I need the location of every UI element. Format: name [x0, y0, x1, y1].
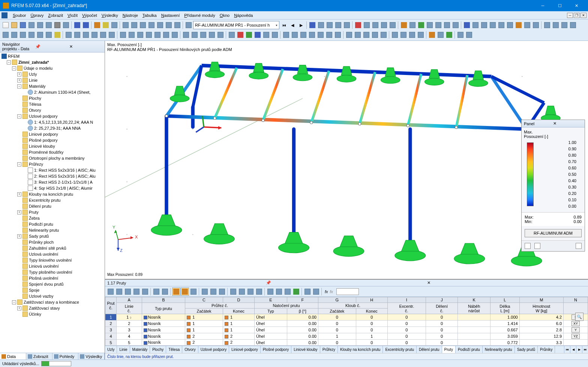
tree-item[interactable]: 4: Sqr HSS 2x1/8 | AISC; Alumir — [1, 185, 104, 191]
ttb[interactable] — [106, 288, 115, 296]
ttb-active[interactable] — [181, 288, 189, 296]
table-tab[interactable]: Liniové podpory — [229, 346, 261, 353]
menu-úpravy[interactable]: Úpravy — [28, 12, 46, 18]
tb-btn[interactable] — [343, 21, 351, 29]
ttb[interactable] — [292, 288, 300, 296]
data-grid[interactable]: Prutč.ABCDEFGHIJKLMNLinieč.Typ prutuPrůř… — [105, 297, 588, 346]
tb-btn[interactable] — [308, 31, 316, 39]
tb-btn[interactable] — [36, 31, 44, 39]
tb-btn[interactable] — [216, 31, 225, 39]
tb-btn[interactable] — [363, 21, 371, 29]
tb-btn[interactable] — [190, 31, 199, 39]
tb-btn[interactable] — [291, 31, 299, 39]
table-tab[interactable]: Excentricity prutu — [383, 346, 417, 353]
undo-button[interactable] — [73, 21, 81, 29]
close-panel-icon[interactable]: ✕ — [553, 121, 582, 126]
ttb[interactable] — [218, 288, 226, 296]
tree-item[interactable]: Podloží prutu — [1, 221, 104, 227]
mdi-minimize[interactable]: ─ — [567, 13, 573, 18]
tree-item[interactable]: Plošné podpory — [1, 137, 104, 143]
tb-btn[interactable] — [10, 31, 18, 39]
menu-výsledky[interactable]: Výsledky — [99, 12, 120, 18]
tb-btn[interactable] — [552, 21, 560, 29]
tb-btn[interactable] — [45, 31, 53, 39]
nav-first[interactable]: ⏮ — [280, 21, 288, 29]
tb-btn[interactable] — [236, 31, 244, 39]
tb-btn[interactable] — [262, 31, 270, 39]
tb-btn[interactable] — [543, 21, 551, 29]
tb-btn[interactable] — [282, 31, 290, 39]
tb-btn[interactable] — [130, 21, 138, 29]
ttb[interactable] — [115, 288, 123, 296]
tree-item[interactable]: Průniky ploch — [1, 239, 104, 245]
navigator-tree[interactable]: RFEM −Zimní_zahrada* −Údaje o modelu +Uz… — [0, 52, 105, 353]
nav-next[interactable]: ▶ — [297, 21, 305, 29]
nav-prev[interactable]: ◀ — [288, 21, 297, 29]
ttb[interactable] — [229, 288, 237, 296]
tb-btn[interactable] — [428, 31, 436, 39]
tb-btn[interactable] — [456, 31, 465, 39]
menu-nápověda[interactable]: Nápověda — [232, 12, 255, 18]
tb-btn[interactable] — [426, 21, 434, 29]
tb-btn[interactable] — [90, 31, 99, 39]
panel-title[interactable]: Panel ✕ — [522, 120, 585, 127]
table-tab[interactable]: Klouby na koncích prutu — [338, 346, 383, 353]
close-icon[interactable]: ✕ — [427, 280, 586, 285]
tree-item[interactable]: Excentricity prutu — [1, 197, 104, 203]
table-tab[interactable]: Průniky — [538, 346, 555, 353]
menu-nástroje[interactable]: Nástroje — [120, 12, 140, 18]
tb-btn[interactable] — [399, 31, 408, 39]
tree-item[interactable]: Plošná uvolnění — [1, 275, 104, 281]
panel-module-button[interactable]: RF-ALUMINUM ADM — [525, 229, 582, 237]
tb-btn[interactable] — [271, 31, 279, 39]
table-tab[interactable]: Materiály — [130, 346, 150, 353]
ttb[interactable] — [201, 288, 209, 296]
tree-item[interactable]: Typy liniového uvolnění — [1, 257, 104, 263]
table-row[interactable]: 11 ⎀Nosník 1 1Úhel0.0000001.0004.2X — [105, 314, 588, 321]
tb-btn[interactable] — [53, 31, 62, 39]
ttb[interactable] — [266, 288, 274, 296]
tb-btn[interactable] — [480, 21, 488, 29]
tb-btn[interactable] — [362, 31, 370, 39]
search-button[interactable]: 🔍 — [575, 313, 584, 321]
tb-btn[interactable] — [408, 31, 416, 39]
ttb[interactable] — [124, 288, 132, 296]
tree-item[interactable]: +Sady prutů — [1, 233, 104, 239]
tb-btn[interactable] — [560, 21, 568, 29]
table-tab[interactable]: Otvory — [182, 346, 198, 353]
tb-btn[interactable] — [122, 21, 130, 29]
tb-btn[interactable] — [388, 21, 397, 29]
tb-btn[interactable] — [317, 21, 325, 29]
table-row[interactable]: 33Nosník 1 1Úhel0.0000000.6672.8Y — [105, 327, 588, 333]
tree-item[interactable]: 1: 4,5,12,13,18,20,22,24; AAA N — [1, 119, 104, 125]
menu-tabulka[interactable]: Tabulka — [140, 12, 159, 18]
menu-zobrazit[interactable]: Zobrazit — [46, 12, 65, 18]
table-tab[interactable]: Nelinearity prutu — [483, 346, 515, 353]
tb-btn[interactable] — [36, 21, 44, 29]
tree-item[interactable]: Ortotropní plochy a membrány — [1, 155, 104, 161]
viewport-3d[interactable]: Max. Posouzení [-] RF-ALUMINUM ADM PŘ1 -… — [105, 41, 588, 279]
tree-item[interactable]: Účinky — [1, 311, 104, 317]
table-tab[interactable]: Uzlové podpory — [198, 346, 229, 353]
tb-btn[interactable] — [443, 21, 451, 29]
tb-btn[interactable] — [173, 21, 182, 29]
module-dropdown[interactable]: RF-ALUMINUM ADM PŘ1 - Posouzení h — [193, 21, 279, 29]
tb-btn[interactable] — [408, 21, 417, 29]
panel-icon-3[interactable] — [576, 243, 582, 249]
tb-btn[interactable] — [523, 21, 531, 29]
tb-btn[interactable] — [334, 31, 342, 39]
table-row[interactable]: 55Nosník 2 2Úhel0.0000000.7723.3 — [105, 340, 588, 346]
tree-item[interactable]: 2: Rect HSS 5x2x3/16 | AISC; Alu — [1, 173, 104, 179]
tb-btn[interactable] — [299, 31, 308, 39]
tree-udaje[interactable]: −Údaje o modelu — [1, 65, 104, 71]
tb-btn[interactable] — [380, 21, 388, 29]
tb-btn[interactable] — [354, 31, 362, 39]
tree-item[interactable]: Uzlové vazby — [1, 293, 104, 299]
tb-btn[interactable] — [171, 31, 179, 39]
tree-item[interactable]: 3: Rect HSS 2-1/2x1-1/2x1/8 | A — [1, 179, 104, 185]
tb-btn[interactable] — [254, 31, 262, 39]
menu-okno[interactable]: Okno — [218, 12, 232, 18]
tree-item[interactable]: Liniové klouby — [1, 143, 104, 149]
ttb[interactable] — [141, 288, 149, 296]
nav-tab-pohledy[interactable]: Pohledy — [52, 353, 79, 360]
